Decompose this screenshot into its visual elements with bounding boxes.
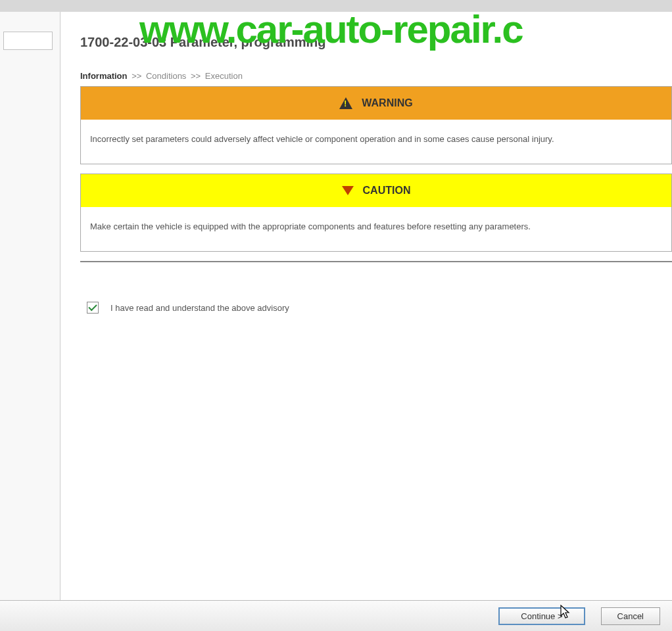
watermark-text: www.car-auto-repair.c (139, 7, 523, 52)
breadcrumb-conditions: Conditions (146, 71, 186, 81)
left-panel-item[interactable] (3, 32, 53, 50)
cursor-icon (560, 605, 572, 620)
warning-triangle-icon (339, 97, 352, 109)
cancel-button[interactable]: Cancel (601, 607, 660, 625)
divider (80, 261, 672, 262)
breadcrumb-sep: >> (132, 71, 141, 81)
warning-body: Incorrectly set parameters could adverse… (81, 120, 671, 164)
caution-header-text: CAUTION (363, 185, 411, 197)
warning-header: WARNING (81, 87, 671, 120)
breadcrumb: Information >> Conditions >> Execution (80, 71, 672, 81)
warning-header-text: WARNING (362, 97, 412, 109)
checkmark-icon (88, 302, 97, 311)
main-container: www.car-auto-repair.c 1700-22-03-03 Para… (0, 12, 672, 600)
breadcrumb-sep: >> (191, 71, 201, 81)
caution-body: Make certain the vehicle is equipped wit… (81, 207, 671, 251)
breadcrumb-execution: Execution (205, 71, 243, 81)
advisory-checkbox[interactable] (87, 302, 99, 314)
advisory-label: I have read and understand the above adv… (110, 303, 289, 313)
caution-arrow-icon (342, 186, 354, 195)
breadcrumb-information: Information (80, 71, 128, 81)
left-panel (0, 12, 60, 600)
caution-box: CAUTION Make certain the vehicle is equi… (80, 174, 672, 252)
warning-box: WARNING Incorrectly set parameters could… (80, 86, 672, 164)
content-area: www.car-auto-repair.c 1700-22-03-03 Para… (60, 12, 672, 600)
caution-header: CAUTION (81, 174, 671, 207)
advisory-checkbox-row: I have read and understand the above adv… (80, 302, 672, 314)
